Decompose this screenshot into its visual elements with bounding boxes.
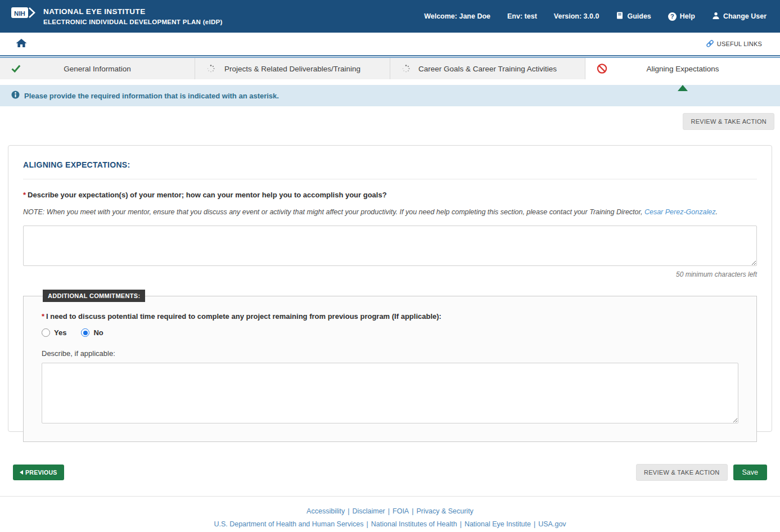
note-suffix: . <box>715 208 717 216</box>
home-icon <box>16 38 27 48</box>
radio-label: Yes <box>54 328 66 337</box>
footer-links-row: Accessibility|Disclaimer|FOIA|Privacy & … <box>0 507 780 515</box>
alert-message: Please provide the required information … <box>24 92 279 100</box>
previous-button[interactable]: PREVIOUS <box>13 465 64 480</box>
radio-no[interactable]: No <box>81 328 103 337</box>
org-title: NATIONAL EYE INSTITUTE <box>43 6 223 17</box>
fieldset-legend: ADDITIONAL COMMITMENTS: <box>43 290 145 302</box>
review-take-action-button-top[interactable]: REVIEW & TAKE ACTION <box>683 113 774 130</box>
training-director-link[interactable]: Cesar Perez-Gonzalez <box>644 208 715 216</box>
separator: | <box>367 520 368 528</box>
aligning-expectations-panel: ALIGNING EXPECTATIONS: *Describe your ex… <box>8 145 772 432</box>
radio-circle-checked[interactable] <box>81 328 89 337</box>
welcome-user: Welcome: Jane Doe <box>424 12 490 20</box>
note-text: NOTE: When you meet with your mentor, en… <box>23 208 644 216</box>
radio-label: No <box>93 328 103 337</box>
home-button[interactable] <box>16 38 27 50</box>
question-text: I need to discuss potential time require… <box>46 312 441 321</box>
previous-label: PREVIOUS <box>25 469 57 476</box>
required-asterisk: * <box>23 191 26 199</box>
environment-label: Env: test <box>507 12 537 20</box>
footer-link-hhs[interactable]: U.S. Department of Health and Human Serv… <box>214 520 363 528</box>
wizard-tabs: General Information Projects & Related D… <box>0 58 780 79</box>
brand: NIH NATIONAL EYE INSTITUTE ELECTRONIC IN… <box>11 6 223 26</box>
guides-link[interactable]: Guides <box>616 11 651 21</box>
help-link[interactable]: ? Help <box>668 12 695 21</box>
change-user-link[interactable]: Change User <box>712 12 767 21</box>
question-circle-icon: ? <box>668 12 677 21</box>
separator: | <box>348 507 349 515</box>
app-title: ELECTRONIC INDIVIDUAL DEVELOPMENT PLAN (… <box>43 17 223 26</box>
book-icon <box>616 11 624 21</box>
mentor-expectations-question: *Describe your expectation(s) of your me… <box>23 191 757 199</box>
help-label: Help <box>680 12 695 20</box>
tab-label: Career Goals & Career Training Activitie… <box>418 65 557 73</box>
useful-links-label: USEFUL LINKS <box>717 40 762 47</box>
footer-link-foia[interactable]: FOIA <box>393 507 409 515</box>
app-header: NIH NATIONAL EYE INSTITUTE ELECTRONIC IN… <box>0 0 780 33</box>
check-icon <box>11 65 21 73</box>
info-alert: Please provide the required information … <box>0 85 780 106</box>
describe-textarea[interactable] <box>42 363 738 423</box>
footer-link-nih[interactable]: National Institutes of Health <box>371 520 457 528</box>
change-user-label: Change User <box>723 12 767 20</box>
footer-link-privacy-security[interactable]: Privacy & Security <box>416 507 473 515</box>
char-count-hint: 50 minimum characters left <box>23 270 757 278</box>
spinner-dots-icon <box>206 64 215 73</box>
describe-label: Describe, if applicable: <box>42 349 738 358</box>
guides-label: Guides <box>627 12 651 20</box>
tab-label: Aligning Expectations <box>646 65 719 73</box>
tab-aligning-expectations[interactable]: Aligning Expectations <box>585 58 780 79</box>
radio-yes[interactable]: Yes <box>42 328 66 337</box>
review-take-action-button-bottom[interactable]: REVIEW & TAKE ACTION <box>636 464 728 481</box>
radio-group: Yes No <box>42 328 738 337</box>
version-label: Version: 3.0.0 <box>554 12 599 20</box>
separator: | <box>460 520 462 528</box>
left-triangle-icon <box>20 470 23 475</box>
spinner-dots-icon <box>402 64 411 73</box>
mentor-note: NOTE: When you meet with your mentor, en… <box>23 208 757 216</box>
footer-link-nei[interactable]: National Eye Institute <box>465 520 531 528</box>
separator: | <box>412 507 413 515</box>
previous-program-question: *I need to discuss potential time requir… <box>42 312 738 321</box>
bottom-action-bar: PREVIOUS REVIEW & TAKE ACTION Save <box>0 464 780 481</box>
tab-label: General Information <box>64 65 130 73</box>
footer-link-disclaimer[interactable]: Disclaimer <box>352 507 385 515</box>
info-circle-icon <box>11 91 20 101</box>
footer: Accessibility|Disclaimer|FOIA|Privacy & … <box>0 497 780 528</box>
separator: | <box>388 507 390 515</box>
useful-links-link[interactable]: USEFUL LINKS <box>706 39 762 49</box>
separator: | <box>534 520 535 528</box>
save-button[interactable]: Save <box>733 465 768 480</box>
nih-logo-icon: NIH <box>11 6 39 22</box>
divider <box>23 179 757 179</box>
question-text: Describe your expectation(s) of your men… <box>28 191 387 199</box>
section-title: ALIGNING EXPECTATIONS: <box>23 160 757 169</box>
footer-links-row: U.S. Department of Health and Human Serv… <box>0 520 780 528</box>
person-icon <box>712 12 720 21</box>
mentor-expectations-textarea[interactable] <box>23 226 757 266</box>
tab-projects-deliverables[interactable]: Projects & Related Deliverables/Training <box>195 58 390 79</box>
radio-circle-unchecked[interactable] <box>42 328 50 337</box>
footer-link-accessibility[interactable]: Accessibility <box>306 507 345 515</box>
tabs-gap <box>0 79 780 85</box>
toolbar: USEFUL LINKS <box>0 33 780 55</box>
additional-commitments-fieldset: ADDITIONAL COMMITMENTS: *I need to discu… <box>23 290 757 442</box>
link-icon <box>706 39 714 49</box>
footer-link-usagov[interactable]: USA.gov <box>538 520 566 528</box>
tab-general-information[interactable]: General Information <box>0 58 195 79</box>
svg-text:NIH: NIH <box>14 10 25 16</box>
required-asterisk: * <box>42 312 44 321</box>
no-entry-icon <box>597 64 607 74</box>
tab-label: Projects & Related Deliverables/Training <box>224 65 360 73</box>
tab-career-goals[interactable]: Career Goals & Career Training Activitie… <box>390 58 585 79</box>
